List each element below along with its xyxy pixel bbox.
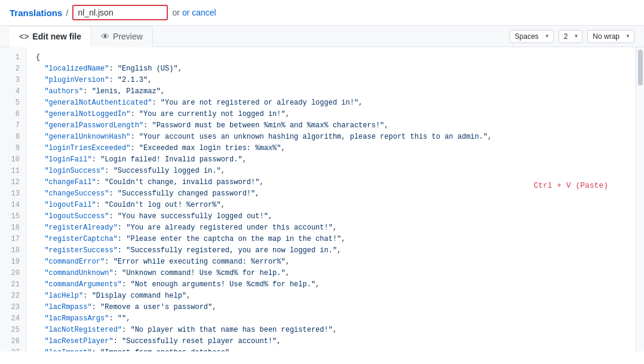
code-line: "logoutFail": "Couldn't log out! %error%… [36,200,636,211]
code-line: "generalNotAuthenticated": "You are not … [36,97,636,109]
preview-eye-icon: 👁 [101,32,109,41]
line-number: 27 [0,347,26,351]
line-number: 13 [0,188,26,200]
breadcrumb-translations-link[interactable]: Translations [10,8,62,18]
code-line: "lacImport": "Import from another databa… [36,347,636,351]
line-number: 22 [0,290,26,302]
code-line: "lacResetPlayer": "Successfully reset pl… [36,336,636,347]
code-line: "registerCaptcha": "Please enter the cap… [36,234,636,245]
line-number: 25 [0,325,26,336]
code-line: "generalPasswordLength": "Password must … [36,120,636,131]
line-number: 24 [0,313,26,325]
code-line: "lacNotRegistered": "No player with that… [36,325,636,336]
line-number: 4 [0,86,26,97]
code-line: "registerSuccess": "Successfully registe… [36,245,636,256]
line-number: 19 [0,256,26,268]
line-number: 21 [0,279,26,290]
code-line: "commandUnknown": "Unknown command! Use … [36,268,636,279]
or-cancel-text: or or cancel [173,8,216,17]
code-line: "loginFail": "Login failed! Invalid pass… [36,154,636,166]
line-number: 12 [0,177,26,188]
tab-bar-left: <> Edit new file 👁 Preview [10,26,153,47]
line-number: 3 [0,75,26,86]
tab-bar-right: Spaces Spaces Tabs 2 2 4 8 No wrap No wr… [510,30,634,43]
line-numbers: 1234567891011121314151617181920212223242… [0,47,26,351]
indent-style-select-wrapper[interactable]: Spaces Spaces Tabs [510,30,554,43]
code-line: "lacRmpassArgs": "", [36,313,636,325]
filename-input[interactable] [72,5,168,20]
line-number: 20 [0,268,26,279]
line-number: 16 [0,222,26,234]
code-line: "logoutSuccess": "You have successfully … [36,211,636,222]
line-number: 5 [0,97,26,109]
tab-edit-label: Edit new file [32,32,81,41]
scrollbar-thumb[interactable] [638,50,643,85]
line-number: 23 [0,302,26,313]
breadcrumb-separator: / [66,8,68,18]
tab-bar: <> Edit new file 👁 Preview Spaces Spaces… [0,26,644,47]
code-line: "changeSuccess": "Successfully changed p… [36,188,636,200]
line-number: 1 [0,52,26,63]
cancel-link[interactable]: or cancel [182,8,216,17]
tab-preview[interactable]: 👁 Preview [91,26,153,47]
line-number: 7 [0,120,26,131]
code-line: "authors": "lenis, Plazmaz", [36,86,636,97]
editor-container: 1234567891011121314151617181920212223242… [0,47,644,351]
line-number: 6 [0,109,26,120]
code-line: "loginTriesExceeded": "Exceeded max logi… [36,143,636,154]
code-line: "lacRmpass": "Remove a user's password", [36,302,636,313]
code-line: "registerAlready": "You are already regi… [36,222,636,234]
line-number: 11 [0,166,26,177]
breadcrumb-bar: Translations / or or cancel [0,0,644,26]
code-line: "generalNotLoggedIn": "You are currently… [36,109,636,120]
code-line: "loginSuccess": "Successfully logged in.… [36,166,636,177]
line-number: 14 [0,200,26,211]
code-line: "commandArguments": "Not enough argument… [36,279,636,290]
tab-edit[interactable]: <> Edit new file [10,26,91,47]
tab-preview-label: Preview [113,32,143,41]
scrollbar-track[interactable] [636,47,644,351]
code-line: "generalUnknownHash": "Your account uses… [36,131,636,143]
edit-code-icon: <> [19,32,29,41]
code-area[interactable]: { "localizedName": "English (US)", "plug… [26,47,636,351]
code-line: "localizedName": "English (US)", [36,63,636,75]
line-number: 18 [0,245,26,256]
indent-size-select-wrapper[interactable]: 2 2 4 8 [559,30,583,43]
line-number: 2 [0,63,26,75]
code-line: "lacHelp": "Display command help", [36,290,636,302]
line-number: 9 [0,143,26,154]
code-line: "changeFail": "Couldn't change, invalid … [36,177,636,188]
wrap-select-wrapper[interactable]: No wrap No wrap Soft wrap [587,30,634,43]
code-line: { [36,52,636,63]
code-line: "pluginVersion": "2.1.3", [36,75,636,86]
line-number: 17 [0,234,26,245]
line-number: 15 [0,211,26,222]
line-number: 8 [0,131,26,143]
code-line: "commandError": "Error while executing c… [36,256,636,268]
line-number: 26 [0,336,26,347]
line-number: 10 [0,154,26,166]
